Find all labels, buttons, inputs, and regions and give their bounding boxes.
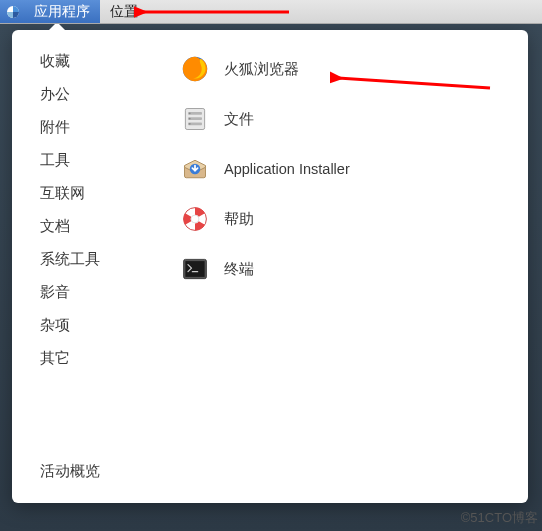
sidebar-item-system-tools[interactable]: 系统工具 [40, 250, 172, 269]
app-label: 帮助 [224, 210, 254, 229]
app-label: 文件 [224, 110, 254, 129]
svg-rect-14 [185, 261, 204, 277]
terminal-icon [180, 254, 210, 284]
sidebar-item-tools[interactable]: 工具 [40, 151, 172, 170]
sidebar-item-other[interactable]: 其它 [40, 349, 172, 368]
sidebar-item-accessories[interactable]: 附件 [40, 118, 172, 137]
popup-footer: 活动概览 [12, 448, 528, 503]
menu-applications[interactable]: 应用程序 [24, 0, 100, 23]
applications-popup: 收藏 办公 附件 工具 互联网 文档 系统工具 影音 杂项 其它 [12, 30, 528, 503]
desktop: 收藏 办公 附件 工具 互联网 文档 系统工具 影音 杂项 其它 [0, 24, 542, 531]
watermark: ©51CTO博客 [461, 509, 538, 527]
app-firefox[interactable]: 火狐浏览器 [180, 52, 518, 86]
app-help[interactable]: 帮助 [180, 202, 518, 236]
help-icon [180, 204, 210, 234]
os-icon [6, 5, 20, 19]
application-list: 火狐浏览器 文件 [172, 52, 528, 448]
app-files[interactable]: 文件 [180, 102, 518, 136]
sidebar-item-office[interactable]: 办公 [40, 85, 172, 104]
sidebar-item-documents[interactable]: 文档 [40, 217, 172, 236]
app-installer-icon [180, 154, 210, 184]
sidebar-item-favorites[interactable]: 收藏 [40, 52, 172, 71]
svg-point-12 [191, 215, 199, 223]
sidebar-item-media[interactable]: 影音 [40, 283, 172, 302]
sidebar-item-internet[interactable]: 互联网 [40, 184, 172, 203]
menu-places[interactable]: 位置 [100, 0, 148, 23]
svg-point-7 [189, 118, 191, 120]
category-sidebar: 收藏 办公 附件 工具 互联网 文档 系统工具 影音 杂项 其它 [12, 52, 172, 448]
svg-point-8 [189, 123, 191, 125]
menu-applications-label: 应用程序 [34, 3, 90, 21]
app-label: Application Installer [224, 161, 350, 177]
files-icon [180, 104, 210, 134]
os-icon-wrap [0, 0, 24, 23]
firefox-icon [180, 54, 210, 84]
popup-body: 收藏 办公 附件 工具 互联网 文档 系统工具 影音 杂项 其它 [12, 30, 528, 448]
app-installer[interactable]: Application Installer [180, 152, 518, 186]
app-label: 火狐浏览器 [224, 60, 299, 79]
activities-overview[interactable]: 活动概览 [40, 462, 500, 481]
app-label: 终端 [224, 260, 254, 279]
menu-places-label: 位置 [110, 3, 138, 21]
sidebar-item-misc[interactable]: 杂项 [40, 316, 172, 335]
app-terminal[interactable]: 终端 [180, 252, 518, 286]
svg-point-6 [189, 112, 191, 114]
menubar: 应用程序 位置 [0, 0, 542, 24]
